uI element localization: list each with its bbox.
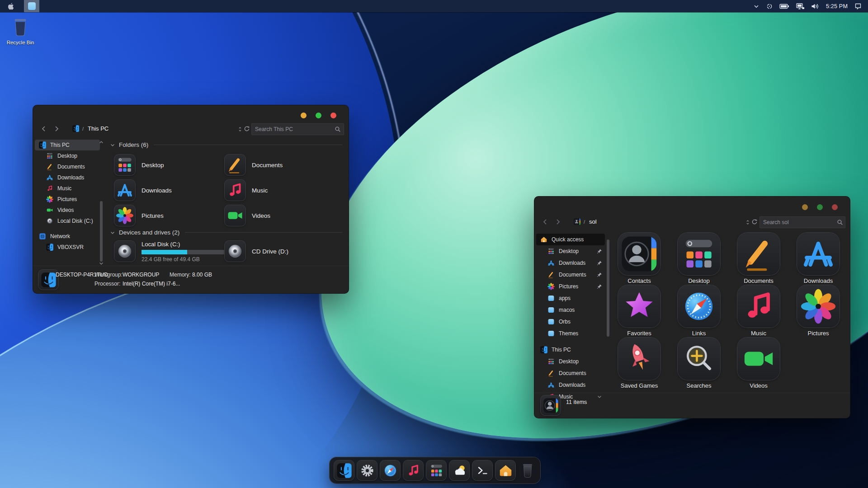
- sidebar-item[interactable]: apps: [536, 292, 605, 304]
- file-item[interactable]: Videos: [729, 338, 788, 390]
- file-item[interactable]: Saved Games: [609, 338, 669, 390]
- file-item[interactable]: Pictures: [788, 285, 848, 338]
- forward-button[interactable]: [554, 218, 561, 225]
- file-item[interactable]: Favorites: [609, 285, 669, 338]
- battery-icon[interactable]: [779, 3, 789, 9]
- hidden-icons-chevron[interactable]: [753, 3, 760, 9]
- sidebar-item[interactable]: Music: [35, 183, 100, 194]
- section-title: Devices and drives (2): [119, 229, 179, 236]
- search-icon[interactable]: [837, 219, 843, 225]
- sidebar-item[interactable]: Pictures: [35, 194, 100, 205]
- dock-item[interactable]: [519, 460, 537, 481]
- sidebar-scrollbar[interactable]: [99, 140, 104, 266]
- sidebar-item[interactable]: Downloads: [536, 379, 605, 391]
- drive-local-disk[interactable]: Local Disk (C:) 22.4 GB free of 49.4 GB: [114, 241, 224, 263]
- action-center-icon[interactable]: [854, 3, 862, 10]
- sidebar-item[interactable]: Downloads: [35, 172, 100, 183]
- file-item-label: Links: [692, 330, 706, 337]
- scrollbar-thumb[interactable]: [100, 201, 103, 262]
- volume-icon[interactable]: [811, 3, 819, 9]
- dock-item[interactable]: [403, 460, 423, 480]
- sidebar-item-icon: [540, 235, 548, 244]
- file-item[interactable]: Documents: [729, 233, 788, 285]
- sidebar-item-icon: [38, 141, 47, 149]
- drive-cd[interactable]: CD Drive (D:): [225, 241, 288, 262]
- folder-item[interactable]: Desktop: [114, 152, 225, 178]
- scroll-up-icon[interactable]: [99, 140, 104, 145]
- back-button[interactable]: [542, 218, 549, 225]
- sidebar-item[interactable]: Documents: [536, 367, 605, 379]
- sidebar-item-label: This PC: [50, 142, 70, 148]
- recycle-bin[interactable]: Recycle Bin: [3, 15, 38, 45]
- minimize-button[interactable]: [802, 204, 808, 210]
- folder-item[interactable]: Downloads: [114, 178, 225, 203]
- file-item[interactable]: Desktop: [669, 233, 729, 285]
- search-input[interactable]: [251, 126, 335, 132]
- dock-item[interactable]: [380, 460, 400, 480]
- forward-button[interactable]: [53, 125, 60, 132]
- folder-item[interactable]: Videos: [225, 203, 335, 228]
- sidebar-item[interactable]: Local Disk (C:): [35, 216, 100, 226]
- sidebar-item[interactable]: Documents: [536, 269, 605, 281]
- close-button[interactable]: [330, 113, 336, 118]
- file-item[interactable]: Links: [669, 285, 729, 338]
- folder-item-icon: [114, 155, 135, 175]
- section-chevron-icon[interactable]: [110, 142, 115, 148]
- folder-item[interactable]: Music: [225, 178, 335, 203]
- sidebar-item[interactable]: Network: [35, 231, 100, 242]
- sidebar-item[interactable]: Desktop: [536, 356, 605, 367]
- minimize-button[interactable]: [301, 113, 307, 118]
- sidebar-item-label: Pictures: [559, 283, 578, 290]
- sidebar-item[interactable]: Desktop: [35, 150, 100, 161]
- sidebar-item[interactable]: Orbs: [536, 316, 605, 328]
- dock-item[interactable]: [449, 460, 469, 480]
- dock-item[interactable]: [495, 460, 515, 480]
- dock-item[interactable]: [472, 460, 492, 480]
- folder-item[interactable]: Documents: [225, 152, 335, 178]
- sidebar-item[interactable]: Downloads: [536, 257, 605, 269]
- refresh-icon[interactable]: [751, 219, 758, 225]
- dock-item[interactable]: [334, 460, 354, 480]
- sidebar-item[interactable]: Pictures: [536, 281, 605, 292]
- refresh-icon[interactable]: [244, 126, 250, 132]
- sidebar-item[interactable]: Documents: [35, 161, 100, 172]
- section-chevron-icon[interactable]: [110, 230, 115, 235]
- file-item[interactable]: Music: [729, 285, 788, 338]
- cd-icon: [225, 241, 245, 262]
- sort-icon[interactable]: [745, 220, 750, 225]
- sidebar-item[interactable]: Quick access: [536, 234, 605, 245]
- sync-icon[interactable]: [766, 3, 773, 9]
- clock[interactable]: 5:25 PM: [826, 3, 848, 9]
- search-input[interactable]: [760, 219, 837, 225]
- address-path[interactable]: sol: [589, 218, 597, 225]
- file-item[interactable]: Searches: [669, 338, 729, 390]
- active-app-button[interactable]: [24, 0, 39, 12]
- sidebar-item[interactable]: This PC: [35, 140, 100, 150]
- file-item[interactable]: Downloads: [788, 233, 848, 285]
- app-icon: [28, 2, 36, 10]
- back-button[interactable]: [40, 125, 47, 132]
- dock-item-icon: [474, 462, 491, 479]
- section-header-folders[interactable]: Folders (6): [110, 141, 342, 148]
- sidebar-item[interactable]: Videos: [35, 205, 100, 216]
- sort-icon[interactable]: [237, 127, 243, 132]
- section-header-devices[interactable]: Devices and drives (2): [110, 229, 342, 236]
- folder-item[interactable]: Pictures: [114, 203, 225, 228]
- sidebar-item[interactable]: macos: [536, 304, 605, 316]
- file-item[interactable]: Contacts: [609, 233, 669, 285]
- close-button[interactable]: [832, 204, 838, 210]
- dock-item[interactable]: [357, 460, 377, 480]
- sidebar-item[interactable]: Desktop: [536, 245, 605, 257]
- address-path[interactable]: This PC: [88, 125, 108, 132]
- folder-item-label: Videos: [252, 212, 270, 219]
- apple-menu[interactable]: [8, 3, 14, 10]
- maximize-button[interactable]: [817, 204, 823, 210]
- sidebar-item[interactable]: This PC: [536, 344, 605, 356]
- dock-item[interactable]: [426, 460, 446, 480]
- maximize-button[interactable]: [316, 113, 321, 118]
- network-icon[interactable]: [796, 3, 804, 9]
- sidebar-item[interactable]: Themes: [536, 328, 605, 339]
- search-icon[interactable]: [335, 126, 341, 132]
- sidebar-item[interactable]: VBOXSVR: [35, 242, 100, 253]
- explorer-window-this-pc: / This PC This PC Desktop: [33, 105, 349, 293]
